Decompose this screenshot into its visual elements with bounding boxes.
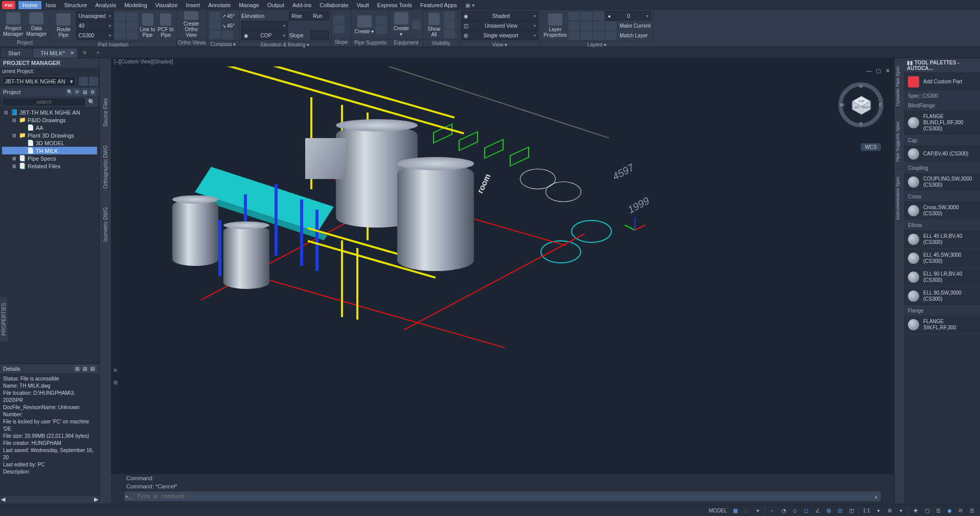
menu-annotate[interactable]: Annotate — [204, 1, 235, 9]
panel-title[interactable]: Layers ▾ — [541, 41, 653, 48]
menu-structure[interactable]: Structure — [60, 1, 92, 9]
sb-polar-icon[interactable]: ◔ — [779, 506, 789, 515]
make-current-button[interactable]: Make Current — [620, 23, 651, 29]
new-tab-button[interactable]: ✕ — [78, 48, 91, 58]
sb-btn[interactable]: ✚ — [910, 506, 921, 515]
layer-btn[interactable] — [568, 21, 580, 30]
slope-btn[interactable] — [333, 25, 345, 33]
data-manager-button[interactable]: Data Manager — [26, 11, 48, 38]
tank-small-2[interactable] — [223, 225, 269, 289]
project-manager-button[interactable]: Project Manager — [2, 11, 25, 38]
palette-tab-instrumentation[interactable]: Instrumentation Spec — [895, 169, 904, 227]
tree-item[interactable]: ⊞📑Related Files — [2, 162, 97, 170]
close-icon[interactable]: ✕ — [884, 68, 891, 75]
visual-style-dropdown[interactable]: ◉ Shaded▾ — [461, 11, 538, 20]
refresh-icon[interactable]: ⟳ — [74, 88, 81, 96]
angle-1[interactable]: ↗ 45° — [222, 11, 235, 20]
details-icon[interactable]: ▤ — [89, 365, 96, 372]
panel-title[interactable]: Elevation & Routing ▾ — [239, 41, 331, 48]
tree-item[interactable]: ⊟📘JBT-TH MILK NGHE AN — [2, 108, 97, 116]
sb-gear-icon[interactable]: ⚙ — [884, 506, 895, 515]
sb-btn[interactable]: ▾ — [873, 506, 883, 515]
layer-btn[interactable] — [581, 31, 592, 40]
equip-btn[interactable] — [412, 20, 421, 29]
menu-isos[interactable]: Isos — [41, 1, 60, 9]
sidetab-source[interactable]: Source Files — [102, 89, 109, 136]
panel-title[interactable]: Compass ▾ — [208, 40, 239, 47]
layer-btn[interactable] — [581, 12, 592, 20]
sb-iso-icon[interactable]: ◇ — [790, 506, 800, 515]
menu-vault[interactable]: Vault — [353, 1, 373, 9]
layer-btn[interactable] — [593, 21, 604, 30]
palette-item[interactable]: CAP,BV,40 (CS300) — [904, 145, 980, 163]
sb-btn[interactable]: ▾ — [896, 506, 906, 515]
create-support-button[interactable]: Create ▾ — [354, 11, 375, 38]
print-icon[interactable] — [79, 77, 88, 86]
menu-featured-apps[interactable]: Featured Apps — [416, 1, 461, 9]
palette-item[interactable]: FLANGE SW,FL,RF,300 — [904, 316, 980, 334]
compass-btn[interactable] — [222, 31, 233, 39]
small-btn[interactable] — [115, 21, 126, 30]
menu-visualize[interactable]: Visualize — [151, 1, 182, 9]
match-layer-button[interactable]: Match Layer — [620, 33, 648, 38]
tree-item[interactable]: 📄TH MILK — [2, 147, 97, 154]
palette-item[interactable]: COUPLING,SW,3000 (CS300) — [904, 173, 980, 192]
compass-btn[interactable] — [210, 12, 221, 20]
panel-title[interactable]: View ▾ — [459, 41, 540, 48]
viewport-canvas[interactable]: — ▢ ✕ N E S W TOP LEFT FRONT — [111, 66, 894, 474]
wcs-badge[interactable]: WCS — [861, 143, 881, 151]
pm-scrollbar[interactable]: ◀▶ — [0, 496, 99, 503]
search-button[interactable]: 🔍 — [86, 98, 97, 106]
sidetab-iso[interactable]: Isometric DWG — [102, 198, 109, 251]
tree-item[interactable]: ⊟📁P&ID Drawings — [2, 116, 97, 124]
tree-item[interactable]: ⊞📑Pipe Specs — [2, 154, 97, 162]
box-equipment[interactable] — [305, 138, 346, 179]
palette-item[interactable]: FLANGE BLIND,FL,RF,300 (CS300) — [904, 110, 980, 136]
layer-btn[interactable] — [568, 12, 580, 20]
close-icon[interactable]: ✕ — [70, 50, 74, 56]
sb-snap-icon[interactable]: ⸬ — [741, 506, 751, 515]
layer-btn[interactable] — [581, 21, 592, 30]
menu-home[interactable]: Home — [18, 1, 41, 9]
tree-item[interactable]: 📄3D MODEL — [2, 139, 97, 147]
cmd-settings-icon[interactable]: ⚙ — [113, 379, 118, 386]
add-custom-part-button[interactable]: Add Custom Part — [904, 73, 980, 91]
layer-dropdown[interactable]: ● 0▾ — [605, 11, 651, 20]
layer-btn[interactable] — [593, 31, 604, 40]
route-pipe-button[interactable]: Route Pipe — [52, 12, 75, 39]
tree-item[interactable]: ⊟📁Plant 3D Drawings — [2, 131, 97, 139]
menu-collaborate[interactable]: Collaborate — [315, 1, 352, 9]
current-project-dropdown[interactable]: JBT-TH MILK NGHE AN▾ — [2, 76, 76, 86]
small-btn[interactable] — [127, 12, 138, 21]
sb-btn[interactable]: ⊡ — [835, 506, 845, 515]
properties-tab[interactable]: PROPERTIES — [0, 297, 8, 342]
command-input[interactable] — [133, 491, 872, 501]
cop-dropdown[interactable]: ◉ COP▾ — [241, 31, 288, 40]
menu-manage[interactable]: Manage — [235, 1, 263, 9]
palette-item[interactable]: ELL 90,SW,3000 (CS300) — [904, 287, 980, 306]
menu-modeling[interactable]: Modeling — [120, 1, 151, 9]
create-ortho-button[interactable]: Create Ortho View — [179, 11, 203, 38]
details-icon[interactable]: ▤ — [74, 365, 81, 372]
search-input[interactable] — [2, 98, 86, 106]
vis-btn[interactable] — [444, 20, 455, 29]
layer-btn[interactable] — [568, 31, 580, 40]
small-btn[interactable] — [127, 21, 138, 30]
menu-insert[interactable]: Insert — [182, 1, 204, 9]
menu-analysis[interactable]: Analysis — [91, 1, 120, 9]
layer-btn[interactable] — [605, 31, 617, 40]
maximize-icon[interactable]: ▢ — [875, 68, 882, 75]
sb-btn[interactable]: ⟳ — [955, 506, 966, 515]
viewport[interactable]: [–][Custom View][Shaded] — ▢ ✕ N E S W T… — [111, 58, 894, 503]
angle-2[interactable]: ↘ 45° — [222, 21, 235, 30]
rise-button[interactable]: Rise — [289, 11, 309, 20]
line-to-pipe-button[interactable]: Line to Pipe — [139, 12, 156, 39]
slope-input[interactable] — [310, 31, 329, 40]
tank-large-2[interactable] — [397, 164, 474, 271]
spec-dropdown[interactable]: CS300▾ — [76, 31, 113, 40]
unassigned-dropdown[interactable]: Unassigned▾ — [76, 11, 113, 20]
layer-btn[interactable] — [593, 12, 604, 20]
sb-menu-icon[interactable]: ☰ — [967, 506, 977, 515]
run-button[interactable]: Run — [310, 11, 329, 20]
palette-item[interactable]: ELL 45,SW,3000 (CS300) — [904, 249, 980, 268]
